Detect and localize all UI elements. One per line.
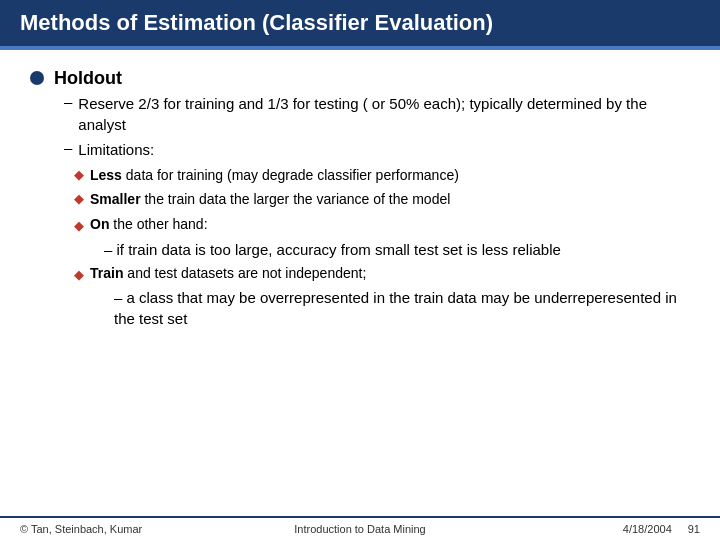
on-hand-block: ◆ On the other hand: – if train data is … [74, 215, 690, 260]
slide-content: Holdout – Reserve 2/3 for training and 1… [0, 50, 720, 516]
diamond-icon-4: ◆ [74, 267, 84, 282]
dash-item-2: – Limitations: [64, 139, 690, 160]
slide: Methods of Estimation (Classifier Evalua… [0, 0, 720, 540]
holdout-section: Holdout – Reserve 2/3 for training and 1… [30, 68, 690, 333]
footer-copyright: © Tan, Steinbach, Kumar [20, 523, 142, 535]
sub-text-1: Less data for training (may degrade clas… [90, 166, 459, 186]
on-hand-dash: – if train data is too large, accuracy f… [104, 239, 690, 260]
dash-text-2: Limitations: [78, 139, 154, 160]
footer: © Tan, Steinbach, Kumar Introduction to … [0, 516, 720, 540]
title-bar: Methods of Estimation (Classifier Evalua… [0, 0, 720, 46]
dash-text-1: Reserve 2/3 for training and 1/3 for tes… [78, 93, 690, 135]
train-sub: – a class that may be overrepresented in… [104, 287, 690, 329]
on-hand-title: ◆ On the other hand: [74, 215, 690, 235]
diamond-icon-1: ◆ [74, 167, 84, 182]
dash-item-1: – Reserve 2/3 for training and 1/3 for t… [64, 93, 690, 135]
sub-bullet-1: ◆ Less data for training (may degrade cl… [74, 166, 690, 186]
bullet-icon [30, 71, 44, 85]
holdout-block: Holdout – Reserve 2/3 for training and 1… [54, 68, 690, 333]
diamond-icon-3: ◆ [74, 218, 84, 233]
train-title: ◆ Train and test datasets are not indepe… [74, 264, 690, 284]
train-dash-text: – a class that may be overrepresented in… [114, 287, 690, 329]
train-block: ◆ Train and test datasets are not indepe… [74, 264, 690, 330]
diamond-icon-2: ◆ [74, 191, 84, 206]
sub-bullet-2: ◆ Smaller the train data the larger the … [74, 190, 690, 210]
train-text: Train and test datasets are not independ… [90, 264, 366, 284]
footer-right: 4/18/2004 91 [530, 523, 700, 535]
footer-course: Introduction to Data Mining [294, 523, 425, 535]
sub-text-2: Smaller the train data the larger the va… [90, 190, 450, 210]
slide-title: Methods of Estimation (Classifier Evalua… [20, 10, 700, 36]
footer-center: Introduction to Data Mining [190, 523, 530, 535]
sub-bullets: ◆ Less data for training (may degrade cl… [74, 166, 690, 209]
on-hand-dash-text: – if train data is too large, accuracy f… [104, 239, 561, 260]
on-hand-sub: – if train data is too large, accuracy f… [104, 239, 690, 260]
dash-icon-2: – [64, 139, 72, 156]
footer-date: 4/18/2004 [623, 523, 672, 535]
on-hand-text: On the other hand: [90, 215, 208, 235]
dash-icon-1: – [64, 93, 72, 110]
footer-left: © Tan, Steinbach, Kumar [20, 523, 190, 535]
train-dash: – a class that may be overrepresented in… [114, 287, 690, 329]
footer-page: 91 [688, 523, 700, 535]
holdout-title: Holdout [54, 68, 690, 89]
